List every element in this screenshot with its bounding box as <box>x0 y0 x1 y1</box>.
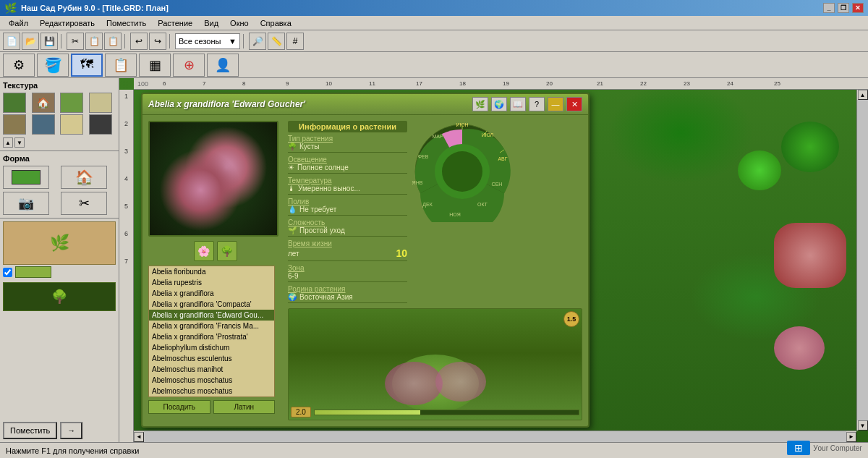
clipboard-tool-btn[interactable]: 📋 <box>105 54 137 77</box>
ruler-left-3: 3 <box>124 148 128 155</box>
scrollbar-track[interactable] <box>144 431 846 442</box>
watering-tool-btn[interactable]: 🪣 <box>37 54 69 77</box>
light-label: Освещение <box>288 156 407 164</box>
ruler-left-6: 6 <box>124 230 128 237</box>
ruler-btn[interactable]: 📏 <box>268 33 285 50</box>
dialog-book-btn[interactable]: 📖 <box>510 97 526 111</box>
plant-list-item[interactable]: Abelia x grandiflora 'Edward Gou... <box>149 310 274 321</box>
season-dropdown[interactable]: Все сезоны ▼ <box>175 33 240 49</box>
color-swatch-1 <box>15 266 51 278</box>
arrow-button[interactable]: → <box>60 422 82 439</box>
texture-road[interactable] <box>89 114 112 135</box>
plant-list-item[interactable]: Abelmoschus esculentus <box>149 353 274 364</box>
svg-text:ДЕК: ДЕК <box>422 202 433 208</box>
place-button[interactable]: Поместить <box>3 422 57 439</box>
restore-window-btn[interactable]: ❐ <box>838 3 849 13</box>
plant-list-item[interactable]: Abelmoschus moschatus <box>149 386 274 396</box>
paste-btn[interactable]: 📋 <box>104 33 122 50</box>
person-tool-btn[interactable]: 👤 <box>207 54 239 77</box>
texture-stone[interactable] <box>3 114 26 135</box>
menu-plant[interactable]: Растение <box>152 16 198 30</box>
scale-bar-fill <box>315 410 420 415</box>
dialog-right: Информация о растении Тип растения 🌳 Кус… <box>288 121 582 420</box>
water-label: Полив <box>288 198 407 205</box>
minimize-window-btn[interactable]: _ <box>823 3 835 13</box>
type-row: Тип растения 🌳 Кусты <box>288 135 407 153</box>
dialog-minimize-btn[interactable]: — <box>548 97 563 111</box>
garden-tree-1 <box>781 122 839 172</box>
plant-list-item[interactable]: Abelmoschus manihot <box>149 364 274 375</box>
dialog-globe-btn[interactable]: 🌍 <box>491 97 507 111</box>
scrollbar-track-right[interactable] <box>857 100 868 420</box>
dialog-question-btn[interactable]: ? <box>529 97 545 111</box>
texture-grass[interactable] <box>3 93 26 113</box>
close-window-btn[interactable]: ✕ <box>852 3 864 13</box>
texture-dirt[interactable] <box>60 114 83 135</box>
main-toolbar: 📄 📂 💾 ✂ 📋 📋 ↩ ↪ Все сезоны ▼ 🔎 📏 # <box>0 30 868 52</box>
zoom-btn[interactable]: 🔎 <box>249 33 266 50</box>
copy-btn[interactable]: 📋 <box>85 33 103 50</box>
texture-scroll-up[interactable]: ▲ <box>3 137 13 148</box>
texture-house[interactable]: 🏠 <box>32 93 55 113</box>
type-value: 🌳 Кусты <box>288 143 407 150</box>
plant-list-item[interactable]: Abelia floribunda <box>149 266 274 277</box>
menu-view[interactable]: Вид <box>198 16 224 30</box>
menu-window[interactable]: Окно <box>224 16 255 30</box>
redo-btn[interactable]: ↪ <box>149 33 166 50</box>
plant-list[interactable]: Abelia floribundaAbelia rupestrisAbelia … <box>148 266 275 397</box>
plant-action-btn[interactable]: Посадить <box>148 400 210 414</box>
plant-list-item[interactable]: Abelia rupestris <box>149 277 274 288</box>
save-btn[interactable]: 💾 <box>41 33 58 50</box>
temp-row: Температура 🌡 Умеренно вынос... <box>288 177 407 195</box>
scroll-up-btn[interactable]: ▲ <box>858 90 868 100</box>
open-btn[interactable]: 📂 <box>22 33 39 50</box>
texture-water[interactable] <box>32 114 55 135</box>
complexity-label: Сложность <box>288 219 407 226</box>
menu-edit[interactable]: Редактировать <box>34 16 101 30</box>
texture-sand[interactable] <box>89 93 112 113</box>
canvas-area[interactable]: 100 6 7 8 9 10 11 17 18 19 20 21 22 23 2… <box>119 78 868 442</box>
map-tool-btn[interactable]: 🗺 <box>71 54 103 77</box>
menu-file[interactable]: Файл <box>3 16 34 30</box>
scroll-left-btn[interactable]: ◄ <box>134 432 144 442</box>
menu-place[interactable]: Поместить <box>101 16 152 30</box>
scroll-down-btn[interactable]: ▼ <box>858 420 868 431</box>
bush-flowers-2 <box>435 362 486 402</box>
origin-label: Родина растения <box>288 285 407 293</box>
windows-btn[interactable]: ⊞ <box>787 441 810 455</box>
grid-btn[interactable]: # <box>286 33 304 50</box>
dialog-close-btn[interactable]: ✕ <box>566 97 582 111</box>
ruler-tick-17: 17 <box>416 80 422 87</box>
menu-help[interactable]: Справка <box>255 16 297 30</box>
new-btn[interactable]: 📄 <box>3 33 20 50</box>
plant-list-item[interactable]: Abelia x grandiflora 'Prostrata' <box>149 331 274 342</box>
forma-rect[interactable] <box>3 166 49 189</box>
checkboxes <box>3 266 116 278</box>
health-tool-btn[interactable]: ⊕ <box>173 54 205 77</box>
ruler-tick-18: 18 <box>459 80 466 87</box>
scale-indicator: 2.0 <box>291 407 579 417</box>
option-check-1[interactable] <box>3 268 12 277</box>
texture-scroll-down[interactable]: ▼ <box>14 137 25 148</box>
cut-btn[interactable]: ✂ <box>67 33 84 50</box>
plant-list-item[interactable]: Abelia x grandiflora 'Compacta' <box>149 299 274 310</box>
plant-list-item[interactable]: Abelmoschus moschatus <box>149 375 274 386</box>
grid-tool-btn[interactable]: ▦ <box>139 54 171 77</box>
forma-house-shape[interactable]: 🏠 <box>61 166 107 189</box>
globe-icon: 🌍 <box>288 293 297 301</box>
texture-tree[interactable] <box>60 93 83 113</box>
plant-list-item[interactable]: Abelia x grandiflora 'Francis Ma... <box>149 321 274 331</box>
dialog-info-btn[interactable]: 🌿 <box>472 97 488 111</box>
lifetime-unit: лет <box>288 250 299 258</box>
settings-tool-btn[interactable]: ⚙ <box>3 54 35 77</box>
plant-photo <box>148 121 278 237</box>
plant-list-item[interactable]: Abelia x grandiflora <box>149 288 274 299</box>
forma-scissors[interactable]: ✂ <box>61 192 107 215</box>
forma-camera[interactable]: 📷 <box>3 192 49 215</box>
plant-list-item[interactable]: Abeliophyllum distichum <box>149 342 274 353</box>
plant-info-dialog: Abelia x grandiflora 'Edward Goucher' 🌿 … <box>141 93 590 428</box>
plant-icon-tree[interactable]: 🌳 <box>217 241 237 261</box>
plant-icon-flower[interactable]: 🌸 <box>194 241 214 261</box>
latin-action-btn[interactable]: Латин <box>213 400 276 414</box>
undo-btn[interactable]: ↩ <box>130 33 148 50</box>
